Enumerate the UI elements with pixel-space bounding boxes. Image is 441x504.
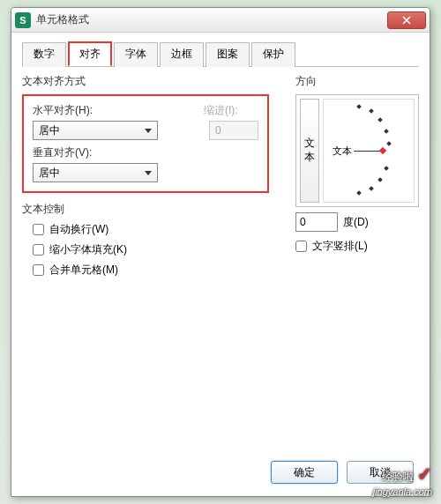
dial-dot [369,186,374,191]
tab-strip: 数字 对齐 字体 边框 图案 保护 [22,41,419,67]
degree-input[interactable]: 0 [295,212,338,232]
vertical-text-button[interactable]: 文 本 [300,99,319,203]
dial-handle[interactable] [379,147,386,154]
titlebar[interactable]: S 单元格格式 [11,8,430,33]
dial-dot [384,129,389,134]
v-align-label: 垂直对齐(V): [33,145,258,160]
dial-dot [369,108,374,114]
dialog-cell-format: S 单元格格式 数字 对齐 字体 边框 图案 保护 文本对齐方式 水平对齐(H)… [11,7,430,497]
shrink-label: 缩小字体填充(K) [49,242,127,257]
dialog-content: 数字 对齐 字体 边框 图案 保护 文本对齐方式 水平对齐(H): 居中 [11,33,430,292]
vertical-text-row[interactable]: 文字竖排(L) [295,239,419,254]
orientation-box: 文 本 文本 [295,94,419,207]
v-align-dropdown[interactable]: 居中 [33,163,158,182]
merge-row[interactable]: 合并单元格(M) [33,263,288,278]
dial-dot [386,141,392,146]
dial-center-label: 文本 [333,145,352,158]
merge-label: 合并单元格(M) [49,263,118,278]
dial-dot [356,190,362,196]
h-align-dropdown[interactable]: 居中 [33,121,158,140]
vertical-text-checkbox[interactable] [295,241,307,252]
tab-number[interactable]: 数字 [22,42,66,67]
app-icon: S [15,12,31,28]
h-align-label: 水平对齐(H): [33,103,195,118]
h-align-value: 居中 [39,123,60,138]
align-heading: 文本对齐方式 [22,74,288,89]
button-row: 确定 取消 [271,461,414,484]
orientation-heading: 方向 [295,74,419,89]
vert-char-2: 本 [304,151,315,165]
wrap-checkbox[interactable] [33,224,44,235]
orientation-dial[interactable]: 文本 [323,99,415,203]
indent-label: 缩进(I): [204,103,258,118]
wrap-row[interactable]: 自动换行(W) [33,222,288,237]
v-align-value: 居中 [39,166,60,181]
dial-dot [377,117,383,122]
dial-dot [356,104,362,109]
highlight-box: 水平对齐(H): 居中 缩进(I): 0 [22,94,269,193]
shrink-checkbox[interactable] [33,244,44,256]
cancel-button[interactable]: 取消 [347,461,414,484]
tab-alignment[interactable]: 对齐 [68,41,112,66]
tab-protection[interactable]: 保护 [251,42,295,67]
dial-line [354,151,380,152]
shrink-row[interactable]: 缩小字体填充(K) [33,242,288,257]
indent-spinner: 0 [209,121,258,140]
merge-checkbox[interactable] [33,264,44,276]
degree-row: 0 度(D) [295,212,419,232]
ok-button[interactable]: 确定 [271,461,338,484]
text-control-heading: 文本控制 [22,202,288,217]
degree-value: 0 [300,216,306,228]
dial-dot [377,177,383,182]
wrap-label: 自动换行(W) [49,222,108,237]
close-icon [402,16,411,25]
dialog-title: 单元格格式 [36,12,387,27]
close-button[interactable] [387,11,426,29]
degree-label: 度(D) [343,215,369,230]
tab-pattern[interactable]: 图案 [206,42,250,67]
vert-char-1: 文 [304,137,315,151]
tab-border[interactable]: 边框 [160,42,204,67]
indent-value: 0 [215,124,221,137]
tab-font[interactable]: 字体 [114,42,158,67]
vertical-text-label: 文字竖排(L) [312,239,368,254]
dial-dot [384,166,389,171]
